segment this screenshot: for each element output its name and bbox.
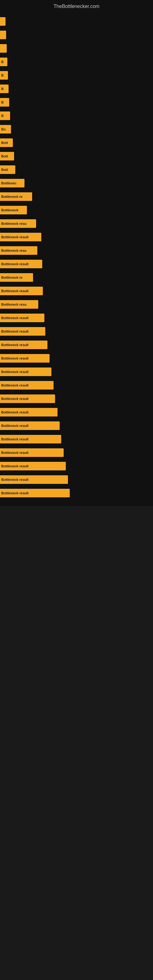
bar-item: Bottleneck result — [0, 489, 70, 497]
bar-item — [0, 17, 5, 26]
bar-item: Bottleneck result — [0, 327, 45, 336]
bar-label: B — [1, 73, 4, 77]
bar-label: B — [1, 60, 4, 64]
bar-row: Bott — [0, 163, 153, 177]
bar-row: Bottleneck resu — [0, 244, 153, 257]
bar-label: Bottleneck result — [1, 438, 29, 441]
bar-row: Bottleneck result — [0, 311, 153, 325]
bar-label: Bott — [1, 141, 8, 145]
bar-label: Bott — [1, 168, 8, 172]
bar-item: B — [0, 84, 9, 93]
bar-row: Bottleneck result — [0, 392, 153, 406]
bar-label: Bottleneck resu — [1, 302, 27, 306]
bar-label: Bottleneck result — [1, 316, 29, 320]
bar-label: Bottleneck result — [1, 235, 29, 239]
bar-row: Bottleneck — [0, 204, 153, 217]
bar-row: B — [0, 55, 153, 68]
bar-row: Bottleneck result — [0, 365, 153, 379]
bar-row: B — [0, 82, 153, 95]
bar-label: Bottleneck result — [1, 397, 29, 401]
bar-row: Bo — [0, 123, 153, 136]
bar-label: Bottleneck result — [1, 383, 29, 387]
bar-item: B — [0, 71, 8, 80]
bar-item: Bo — [0, 125, 11, 134]
bar-item: Bottleneck re — [0, 273, 33, 282]
bar-row: Bottleneck result — [0, 460, 153, 473]
bar-label: Bottleneck result — [1, 491, 29, 495]
bar-item: Bottleneck re — [0, 192, 32, 201]
bar-label: Bottleneck result — [1, 478, 29, 481]
bar-row: Bottleneck result — [0, 486, 153, 500]
bar-label: Bottleneck result — [1, 343, 29, 347]
bar-label: B — [1, 100, 4, 104]
bar-item: B — [0, 98, 9, 107]
bar-row: Bottleneck resu — [0, 298, 153, 311]
bar-label: B — [1, 114, 4, 118]
bar-row: Bottleneck result — [0, 406, 153, 419]
bar-item: Bottleneck resu — [0, 300, 38, 309]
bar-item: Bottleneck result — [0, 260, 42, 268]
site-title: TheBottlenecker.com — [0, 0, 153, 12]
bar-row: Bottleneck resu — [0, 217, 153, 230]
bar-row: Bott — [0, 150, 153, 163]
bar-row: B — [0, 95, 153, 109]
bar-item: Bottleneck result — [0, 435, 61, 444]
bar-label: Bottleneck result — [1, 356, 29, 360]
bar-row: Bottleneck result — [0, 433, 153, 446]
bar-label: Bottleneck result — [1, 464, 29, 468]
bar-label: Bottleneck — [1, 208, 18, 212]
bar-label: Bottleneck result — [1, 370, 29, 374]
bar-item: Bottleneck result — [0, 286, 43, 295]
bar-item: B — [0, 111, 10, 120]
bar-label: Bottleneck result — [1, 451, 29, 455]
bar-item: Bottleneck result — [0, 313, 45, 322]
bar-row: Bottleneck result — [0, 446, 153, 460]
bar-item: Bottleneck result — [0, 408, 57, 417]
bar-label: Bottlenec — [1, 181, 16, 185]
bar-item: Bottlenec — [0, 179, 24, 188]
bar-row: Bottleneck result — [0, 379, 153, 392]
bar-item: Bottleneck result — [0, 475, 68, 484]
bar-label: Bottleneck resu — [1, 222, 27, 225]
bar-row — [0, 41, 153, 55]
bar-item: Bott — [0, 138, 13, 147]
bar-label: Bott — [1, 154, 8, 158]
bar-row — [0, 15, 153, 28]
bar-row: Bottleneck result — [0, 257, 153, 271]
bar-row: Bottleneck re — [0, 271, 153, 284]
page-container: TheBottlenecker.com BBBBBBoBottBottBottB… — [0, 0, 153, 506]
bar-label: Bottleneck result — [1, 289, 29, 293]
bar-row: Bottleneck result — [0, 325, 153, 338]
bar-label: Bottleneck result — [1, 262, 29, 266]
bar-row: Bottleneck result — [0, 338, 153, 352]
bar-label: Bottleneck result — [1, 410, 29, 414]
bar-row: Bottlenec — [0, 177, 153, 190]
bar-item: Bottleneck resu — [0, 246, 37, 255]
bar-item — [0, 30, 6, 39]
bar-row: Bottleneck result — [0, 284, 153, 298]
bar-item: Bottleneck result — [0, 395, 55, 403]
bar-row: Bottleneck re — [0, 190, 153, 204]
bar-row: Bottleneck result — [0, 230, 153, 244]
bar-label: Bottleneck result — [1, 329, 29, 333]
bar-item: Bottleneck result — [0, 340, 48, 349]
bar-item: Bottleneck result — [0, 422, 60, 430]
bar-item: Bottleneck result — [0, 233, 41, 241]
bar-row: Bottleneck result — [0, 352, 153, 365]
bar-item: Bottleneck resu — [0, 219, 36, 228]
bar-item: Bottleneck result — [0, 368, 51, 376]
bar-row: Bottleneck result — [0, 419, 153, 433]
bar-row — [0, 28, 153, 41]
bar-label: Bottleneck resu — [1, 249, 27, 252]
bar-row: Bottleneck result — [0, 473, 153, 486]
bar-item: Bottleneck result — [0, 462, 66, 470]
bar-row: Bott — [0, 136, 153, 150]
bar-item: Bottleneck result — [0, 354, 49, 363]
bar-item: Bott — [0, 152, 14, 161]
bars-container: BBBBBBoBottBottBottBottlenecBottleneck r… — [0, 12, 153, 506]
bar-item: Bott — [0, 165, 15, 174]
bar-item: B — [0, 57, 7, 66]
bar-label: Bo — [1, 127, 6, 131]
bar-label: Bottleneck re — [1, 195, 22, 199]
bar-row: B — [0, 109, 153, 123]
